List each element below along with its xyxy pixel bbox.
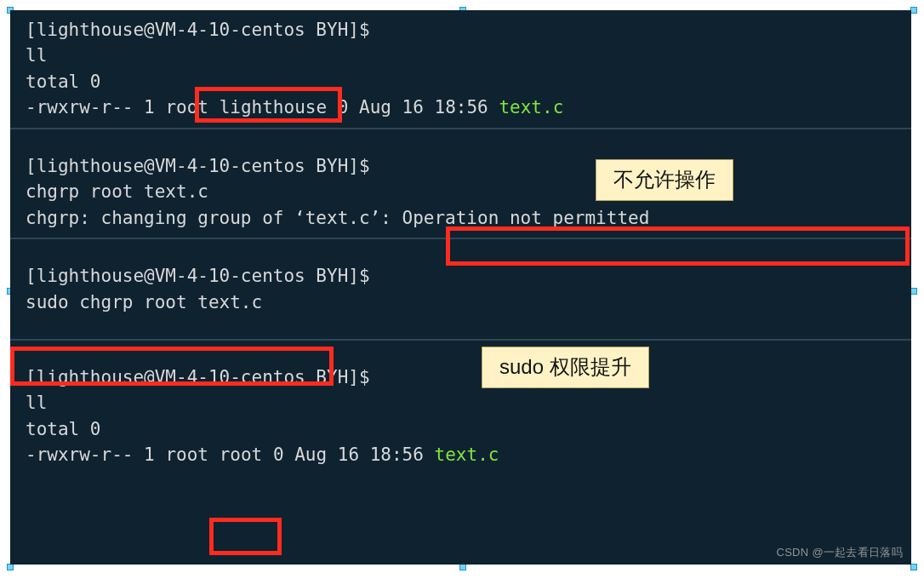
ls-perms: -rwxrw-r-- — [26, 444, 133, 465]
ls-perms: -rwxrw-r-- — [26, 97, 133, 118]
ls-group: lighthouse — [220, 97, 327, 118]
output-line: total 0 — [26, 72, 101, 92]
terminal-window[interactable]: [lighthouse@VM-4-10-centos BYH]$ ll tota… — [10, 10, 911, 565]
ls-group: root — [220, 444, 263, 465]
ls-date: Aug 16 18:56 — [294, 444, 424, 465]
ls-size: 0 — [338, 97, 349, 118]
command: ll — [26, 45, 47, 66]
command: ll — [26, 393, 47, 413]
terminal-block-3: [lighthouse@VM-4-10-centos BYH]$ sudo ch… — [10, 239, 911, 339]
ls-links: 1 — [144, 444, 155, 465]
highlight-box-group-root — [209, 518, 282, 555]
selection-handle — [7, 564, 14, 570]
ls-links: 1 — [144, 97, 155, 118]
selection-handle — [910, 564, 917, 570]
callout-sudo-elevation: sudo 权限提升 — [482, 347, 649, 388]
error-prefix: chgrp: changing group of ‘text.c’: — [26, 208, 402, 228]
selection-handle — [910, 288, 917, 295]
ls-owner: root — [165, 97, 208, 118]
ls-file: text.c — [499, 97, 563, 118]
prompt: [lighthouse@VM-4-10-centos BYH]$ — [26, 266, 370, 286]
error-message: Operation not permitted — [402, 208, 650, 228]
terminal-block-4: [lighthouse@VM-4-10-centos BYH]$ ll tota… — [10, 341, 911, 475]
prompt: [lighthouse@VM-4-10-centos BYH]$ — [26, 156, 370, 176]
selection-handle — [910, 7, 917, 14]
ls-date: Aug 16 18:56 — [359, 97, 488, 118]
command: chgrp root text.c — [26, 181, 208, 202]
output-line: total 0 — [26, 419, 101, 439]
selection-handle — [459, 564, 466, 570]
prompt: [lighthouse@VM-4-10-centos BYH]$ — [26, 367, 370, 387]
command: sudo chgrp root text.c — [26, 292, 262, 312]
ls-size: 0 — [273, 444, 284, 465]
ls-file: text.c — [435, 444, 499, 465]
watermark: CSDN @一起去看日落吗 — [776, 545, 903, 561]
terminal-block-1: [lighthouse@VM-4-10-centos BYH]$ ll tota… — [10, 10, 911, 128]
ls-owner: root — [165, 444, 208, 465]
callout-not-permitted: 不允许操作 — [596, 159, 733, 201]
prompt: [lighthouse@VM-4-10-centos BYH]$ — [26, 20, 370, 40]
terminal-block-2: [lighthouse@VM-4-10-centos BYH]$ chgrp r… — [10, 129, 911, 238]
